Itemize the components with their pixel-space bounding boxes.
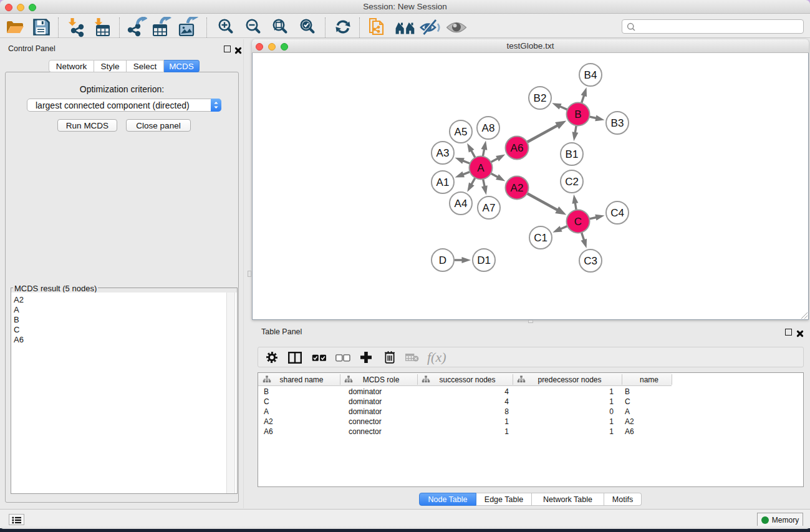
- svg-text:B4: B4: [584, 69, 597, 81]
- svg-text:A1: A1: [436, 177, 450, 188]
- svg-text:A4: A4: [455, 198, 468, 210]
- svg-text:A6: A6: [511, 142, 524, 154]
- svg-text:A7: A7: [483, 202, 496, 214]
- svg-text:A: A: [477, 162, 485, 174]
- svg-text:C4: C4: [610, 207, 624, 219]
- svg-text:A3: A3: [436, 147, 450, 159]
- svg-text:B2: B2: [534, 92, 547, 104]
- svg-text:C3: C3: [584, 255, 597, 267]
- svg-text:A8: A8: [482, 122, 495, 134]
- svg-text:C2: C2: [565, 176, 579, 188]
- svg-text:D1: D1: [477, 254, 491, 266]
- svg-text:A5: A5: [455, 126, 468, 138]
- svg-text:A2: A2: [511, 182, 524, 194]
- svg-text:C: C: [574, 216, 582, 228]
- svg-text:B3: B3: [611, 117, 624, 129]
- svg-text:B: B: [574, 109, 581, 120]
- svg-text:C1: C1: [534, 232, 547, 244]
- svg-text:B1: B1: [566, 148, 579, 160]
- svg-text:D: D: [439, 254, 446, 266]
